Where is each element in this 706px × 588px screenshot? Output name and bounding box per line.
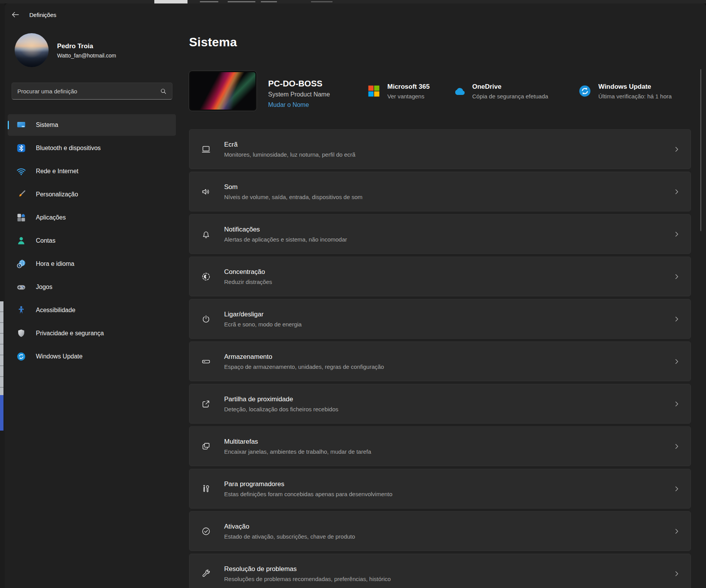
sidebar-item[interactable]: Bluetooth e dispositivos (8, 137, 176, 159)
window-controls (639, 3, 706, 20)
chevron-right-icon (673, 570, 681, 578)
settings-row-subtitle: Alertas de aplicações e sistema, não inc… (224, 236, 673, 243)
settings-row[interactable]: Concentração Reduzir distrações (189, 257, 691, 296)
sidebar: Sistema Bluetooth e dispositivos Rede e … (8, 114, 176, 367)
settings-row[interactable]: Ligar/desligar Ecrã e sono, modo de ener… (189, 299, 691, 339)
device-thumbnail (189, 71, 257, 111)
background-text-smudge (311, 1, 333, 2)
background-window-top-edge (0, 0, 706, 3)
window-title: Definições (29, 12, 56, 18)
status-card[interactable]: Windows Update Última verificação: há 1 … (578, 80, 672, 102)
sidebar-item[interactable]: Rede e Internet (8, 161, 176, 182)
chevron-right-icon (673, 273, 681, 280)
rename-device-link[interactable]: Mudar o Nome (268, 101, 309, 108)
status-card-subtitle: Cópia de segurança efetuada (472, 93, 548, 100)
sidebar-item[interactable]: Acessibilidade (8, 299, 176, 321)
focus-icon (201, 272, 211, 282)
device-name: PC-DO-BOSS (268, 79, 323, 89)
sidebar-item[interactable]: Windows Update (8, 346, 176, 367)
settings-row-title: Ativação (224, 523, 673, 531)
chevron-right-icon (673, 358, 681, 365)
microsoft-logo (367, 84, 381, 98)
sidebar-item[interactable]: Personalização (8, 184, 176, 205)
sidebar-item-label: Acessibilidade (36, 307, 75, 314)
sidebar-item[interactable]: Contas (8, 230, 176, 252)
profile-email: Watto_fan@hotmail.com (57, 52, 116, 59)
settings-row[interactable]: Som Níveis de volume, saída, entrada, di… (189, 172, 691, 211)
developers-icon (201, 484, 211, 494)
personalization-icon (16, 189, 26, 199)
settings-row[interactable]: Multitarefas Encaixar janelas, ambientes… (189, 426, 691, 466)
status-card[interactable]: Microsoft 365 Ver vantagens (367, 80, 430, 102)
sidebar-item[interactable]: Sistema (8, 114, 176, 136)
sidebar-item-label: Aplicações (36, 214, 66, 221)
chevron-right-icon (673, 188, 681, 196)
profile-section[interactable]: Pedro Troia Watto_fan@hotmail.com (10, 33, 172, 69)
sidebar-item-label: Windows Update (36, 353, 83, 360)
background-tab (154, 0, 187, 3)
sidebar-item-label: Bluetooth e dispositivos (36, 145, 101, 152)
background-text-smudge (200, 1, 218, 2)
background-text-smudge (261, 1, 277, 2)
chevron-right-icon (673, 230, 681, 238)
settings-row[interactable]: Para programadores Estas definições fora… (189, 469, 691, 509)
settings-window: Definições Pedro Troia Watto_fan@hotmail… (5, 3, 706, 588)
back-arrow-icon[interactable] (11, 10, 20, 19)
settings-row-title: Concentração (224, 268, 673, 276)
background-scrollbar-highlight (0, 395, 3, 431)
settings-row-subtitle: Reduzir distrações (224, 279, 673, 285)
background-scrollbar (0, 301, 3, 395)
troubleshoot-icon (201, 569, 211, 579)
windows-update-icon (16, 351, 26, 362)
sidebar-item[interactable]: Hora e idioma (8, 253, 176, 275)
network-icon (16, 166, 26, 176)
sidebar-item[interactable]: Jogos (8, 276, 176, 298)
status-card[interactable]: OneDrive Cópia de segurança efetuada (452, 80, 548, 102)
settings-row[interactable]: Ativação Estado de ativação, subscrições… (189, 511, 691, 551)
search-icon[interactable] (160, 88, 167, 95)
profile-name: Pedro Troia (57, 42, 93, 50)
status-card-subtitle: Ver vantagens (387, 93, 430, 100)
update-badge-icon (578, 84, 592, 98)
chevron-right-icon (673, 145, 681, 153)
apps-icon (16, 213, 26, 223)
settings-row[interactable]: Partilha de proximidade Deteção, localiz… (189, 384, 691, 424)
sidebar-item-label: Jogos (36, 284, 52, 291)
search-box (12, 83, 172, 100)
status-card-subtitle: Última verificação: há 1 hora (598, 93, 672, 100)
storage-icon (201, 357, 211, 367)
system-icon (16, 120, 26, 130)
activation-icon (201, 526, 211, 536)
chevron-right-icon (673, 400, 681, 408)
chevron-right-icon (673, 527, 681, 535)
settings-row-subtitle: Estas definições foram concebidas apenas… (224, 491, 673, 497)
notifications-icon (201, 229, 211, 239)
accounts-icon (16, 236, 26, 246)
settings-row[interactable]: Ecrã Monitores, luminosidade, luz noturn… (189, 129, 691, 169)
privacy-icon (16, 328, 26, 338)
settings-row-subtitle: Monitores, luminosidade, luz noturna, pe… (224, 151, 673, 158)
sidebar-item[interactable]: Aplicações (8, 207, 176, 228)
settings-row[interactable]: Resolução de problemas Resoluções de pro… (189, 554, 691, 588)
settings-row[interactable]: Armazenamento Espaço de armazenamento, u… (189, 341, 691, 381)
sidebar-item-label: Hora e idioma (36, 260, 74, 267)
sidebar-item[interactable]: Privacidade e segurança (8, 323, 176, 344)
multitask-icon (201, 441, 211, 451)
sidebar-item-label: Privacidade e segurança (36, 330, 104, 337)
settings-row-subtitle: Estado de ativação, subscrições, chave d… (224, 533, 673, 540)
sidebar-item-label: Sistema (36, 122, 58, 128)
settings-row-title: Ligar/desligar (224, 311, 673, 318)
chevron-right-icon (673, 443, 681, 450)
gaming-icon (16, 282, 26, 292)
scrollbar[interactable] (700, 69, 701, 231)
sound-icon (201, 187, 211, 197)
settings-row-subtitle: Ecrã e sono, modo de energia (224, 321, 673, 328)
settings-row-title: Resolução de problemas (224, 565, 673, 573)
display-icon (201, 144, 211, 154)
settings-row[interactable]: Notificações Alertas de aplicações e sis… (189, 214, 691, 254)
device-model: System Product Name (268, 91, 330, 98)
search-input[interactable] (12, 83, 172, 99)
settings-row-title: Partilha de proximidade (224, 395, 673, 403)
sidebar-item-label: Rede e Internet (36, 168, 78, 175)
page-title: Sistema (189, 35, 237, 49)
